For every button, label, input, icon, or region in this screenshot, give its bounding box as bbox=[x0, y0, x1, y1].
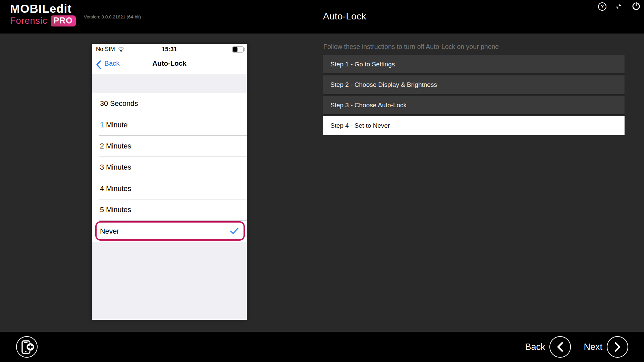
back-button[interactable] bbox=[549, 336, 571, 358]
add-device-button[interactable] bbox=[16, 336, 38, 358]
checkmark-icon bbox=[230, 228, 238, 234]
clock-label: 15:31 bbox=[92, 46, 247, 53]
phone-footer-area bbox=[92, 242, 247, 320]
logo-pro-badge: PRO bbox=[51, 15, 76, 26]
add-phone-icon bbox=[16, 336, 38, 358]
option-1-minute: 1 Minute bbox=[92, 114, 247, 135]
step-item[interactable]: Step 1 - Go to Settings bbox=[323, 55, 625, 73]
version-label: Version: 8.0.0.21821 (64-bit) bbox=[84, 14, 141, 19]
instructions-intro: Follow these instructions to turn off Au… bbox=[323, 43, 499, 51]
next-button[interactable] bbox=[607, 336, 628, 358]
phone-nav-bar: Back Auto-Lock bbox=[92, 55, 247, 74]
option-5-minutes: 5 Minutes bbox=[92, 199, 247, 221]
back-nav-label: Back bbox=[525, 342, 545, 352]
step-item[interactable]: Step 4 - Set to Never bbox=[323, 116, 625, 135]
page-title: Auto-Lock bbox=[323, 11, 366, 22]
next-nav-label: Next bbox=[584, 342, 602, 352]
logo-text-forensic: Forensic bbox=[10, 16, 48, 26]
steps-list: Step 1 - Go to Settings Step 2 - Choose … bbox=[323, 55, 625, 137]
autolock-options-list: 30 Seconds 1 Minute 2 Minutes 3 Minutes … bbox=[92, 93, 247, 242]
phone-status-bar: No SIM 15:31 bbox=[92, 44, 247, 55]
resize-icon[interactable] bbox=[614, 2, 623, 10]
bottom-bar: Back Next bbox=[0, 332, 644, 362]
chevron-right-icon bbox=[613, 341, 622, 353]
logo-text-mobiledit: MOBILedit bbox=[10, 2, 76, 15]
battery-icon bbox=[232, 46, 246, 54]
phone-screen-title: Auto-Lock bbox=[92, 59, 247, 67]
wizard-navigation: Back Next bbox=[525, 332, 628, 362]
help-icon[interactable]: ? bbox=[598, 2, 606, 11]
app-window: MOBILedit Forensic PRO Version: 8.0.0.21… bbox=[0, 0, 644, 362]
battery-fill bbox=[233, 47, 237, 52]
selected-option-highlight bbox=[95, 221, 245, 241]
section-spacer bbox=[92, 74, 247, 93]
chevron-left-icon bbox=[556, 341, 565, 353]
option-4-minutes: 4 Minutes bbox=[92, 178, 247, 199]
step-item[interactable]: Step 2 - Choose Display & Brightness bbox=[323, 75, 625, 94]
power-icon[interactable] bbox=[632, 2, 641, 11]
phone-screenshot: No SIM 15:31 bbox=[92, 44, 247, 320]
app-logo: MOBILedit Forensic PRO bbox=[10, 2, 76, 26]
step-item[interactable]: Step 3 - Choose Auto-Lock bbox=[323, 96, 625, 114]
option-never: Never bbox=[92, 221, 247, 242]
option-3-minutes: 3 Minutes bbox=[92, 157, 247, 178]
top-bar: MOBILedit Forensic PRO Version: 8.0.0.21… bbox=[0, 0, 644, 34]
option-2-minutes: 2 Minutes bbox=[92, 136, 247, 157]
option-30-seconds: 30 Seconds bbox=[92, 93, 247, 114]
